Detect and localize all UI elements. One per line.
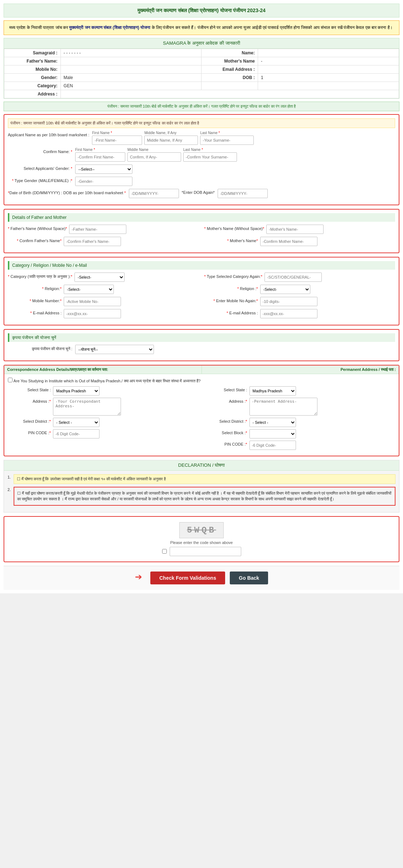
type-category-label: * Type Selected Category Again:* bbox=[204, 273, 262, 279]
email2-input[interactable] bbox=[260, 309, 317, 318]
type-category-input[interactable] bbox=[264, 273, 322, 282]
mobile-number-input[interactable] bbox=[64, 297, 121, 306]
category-section-title: Category / Religion / Mobile No / e-Mail bbox=[8, 261, 395, 270]
dob-input[interactable] bbox=[129, 189, 179, 198]
info-banner: मध्य प्रदेश के निवासी पात्रता जांच कर मु… bbox=[4, 20, 399, 35]
mothers-name-input[interactable] bbox=[266, 225, 324, 234]
info-text: मध्य प्रदेश के निवासी पात्रता जांच कर bbox=[9, 25, 69, 30]
religion-select[interactable]: -Select- bbox=[64, 285, 114, 294]
confirm-name-row: Confirm Name: * First Name * Middle Name… bbox=[8, 148, 395, 162]
category-section: Category / Religion / Mobile No / e-Mail… bbox=[4, 257, 399, 325]
info-rest: के लिए पंजीयन कर सकते हैं। पंजीयन होने प… bbox=[152, 25, 393, 30]
address-cols: Select State : Madhya Pradesh Address :*… bbox=[8, 386, 395, 452]
mothers-name-confirm-label: * Mother's Name* bbox=[204, 237, 258, 244]
first-name-group: First Name * bbox=[92, 131, 142, 145]
email-input[interactable] bbox=[64, 309, 121, 318]
address-textarea-left[interactable] bbox=[53, 398, 121, 416]
mobile-no-value bbox=[60, 65, 202, 74]
captcha-input[interactable] bbox=[170, 547, 241, 556]
scheme-section: कृपया पंजीयन की योजना चुनें कृपया पंजीयन… bbox=[4, 329, 399, 361]
confirm-fathers-name-input[interactable] bbox=[64, 237, 121, 246]
mobile-again-label: * Enter Mobile No Again:* bbox=[204, 297, 258, 304]
declaration-section: DECLARATION / घोषणा 1. ☐ मैं घोषणा करता … bbox=[4, 460, 399, 513]
confirm-last-name-input[interactable] bbox=[183, 152, 237, 162]
email-label: Email Address : bbox=[202, 65, 258, 74]
district-select-right[interactable]: - Select - bbox=[249, 418, 296, 427]
table-row: Gender: Male DOB : 1 bbox=[4, 74, 399, 82]
samagraid-label: Samagraid : bbox=[4, 49, 61, 57]
state-row-right: Select State : Madhya Pradesh bbox=[204, 386, 395, 396]
fathers-name-input[interactable] bbox=[69, 225, 126, 234]
state-select-right[interactable]: Madhya Pradesh bbox=[249, 386, 296, 396]
mobile-again-input[interactable] bbox=[260, 297, 317, 306]
pin-row-right: PIN CODE :* bbox=[204, 441, 395, 450]
confirm-name-fields-group: First Name * Middle Name Last Name * bbox=[75, 148, 237, 162]
father-mother-title: Details of Father and Mother bbox=[8, 213, 395, 222]
decl2-num: 2. bbox=[8, 487, 11, 506]
gender-select[interactable]: --Select-- Male Female bbox=[75, 165, 132, 174]
district-row-right: Select District :* - Select - bbox=[204, 418, 395, 427]
father-mother-section: Details of Father and Mother * Father's … bbox=[4, 209, 399, 253]
category-label: Category: bbox=[4, 82, 61, 90]
declaration-item-1: 1. ☐ मैं घोषणा करता हूँ कि उपरोक्त जानका… bbox=[8, 474, 395, 484]
table-row: Address : bbox=[4, 90, 399, 98]
mobile-left-half: * Mobile Number:* bbox=[8, 297, 199, 306]
block-select-right[interactable] bbox=[249, 429, 296, 438]
go-back-button[interactable]: Go Back bbox=[230, 572, 268, 584]
address-form-label-left: Address :* bbox=[8, 398, 51, 403]
address-label: Address : bbox=[4, 90, 61, 98]
confirm-mothers-name-half: * Mother's Name* bbox=[204, 237, 395, 246]
scheme-label: कृपया पंजीयन की योजना चुनें : bbox=[8, 345, 72, 352]
fathers-name-label: Father's Name: bbox=[4, 57, 61, 65]
fathers-name-half: * Father's Name (Without Space)* bbox=[8, 225, 199, 234]
confirm-first-name-input[interactable] bbox=[75, 152, 125, 162]
confirm-fathers-name-half: * Confirm Father's Name* bbox=[8, 237, 199, 246]
email-row: * E-mail Address : * E-mail Address : bbox=[8, 309, 395, 318]
confirm-middle-name-label: Middle Name bbox=[127, 148, 181, 152]
type-category-half: * Type Selected Category Again:* bbox=[204, 273, 395, 282]
block-label-right: Select Block :* bbox=[204, 429, 247, 435]
email-form-label: * E-mail Address : bbox=[8, 309, 62, 316]
first-name-input[interactable] bbox=[92, 136, 142, 145]
last-name-label: Last Name * bbox=[200, 131, 254, 135]
select-state-label-right: Select State : bbox=[204, 386, 247, 392]
type-gender-label: * Type Gender (MALE/FEMALE) :* bbox=[8, 177, 72, 183]
category-select[interactable]: -Select- bbox=[74, 273, 125, 282]
confirm-middle-name-input[interactable] bbox=[127, 152, 181, 162]
pin-label-right: PIN CODE :* bbox=[204, 441, 247, 446]
district-label-left: Select District :* bbox=[8, 418, 51, 423]
pin-input-right[interactable] bbox=[249, 441, 296, 450]
confirm-mothers-name-input[interactable] bbox=[260, 237, 317, 246]
applicant-name-label: Applicant Name as per 10th board markshe… bbox=[8, 131, 89, 138]
table-row: Mobile No: Email Address : bbox=[4, 65, 399, 74]
table-row: Category: GEN bbox=[4, 82, 399, 90]
scheme-select[interactable]: --योजना चुनें-- bbox=[75, 345, 154, 354]
address-section: Correspondence Address Details/छात्र/छात… bbox=[4, 365, 399, 456]
samagra-section: SAMAGRA के अनुसार आवेदक की जानकारी Samag… bbox=[4, 38, 399, 99]
email-left-half: * E-mail Address : bbox=[8, 309, 199, 318]
confirm-middle-name-group: Middle Name bbox=[127, 148, 181, 162]
district-select-left[interactable]: - Select - bbox=[53, 418, 99, 427]
name-label: Name: bbox=[202, 49, 258, 57]
applicant-name-row: Applicant Name as per 10th board markshe… bbox=[8, 131, 395, 145]
religion-left-half: * Religion:* -Select- bbox=[8, 285, 199, 294]
out-of-mp-checkbox[interactable] bbox=[8, 378, 13, 382]
section-notice: पंजीयन : समस्त जानकारी 10th बोर्ड की मार… bbox=[8, 118, 395, 128]
state-select-left[interactable]: Madhya Pradesh bbox=[53, 386, 99, 396]
middle-name-input[interactable] bbox=[144, 136, 198, 145]
type-gender-input[interactable] bbox=[75, 177, 132, 186]
captcha-checkbox[interactable] bbox=[162, 549, 167, 554]
father-mother-row1: * Father's Name (Without Space)* * Mothe… bbox=[8, 225, 395, 234]
religion2-select[interactable]: -Select- bbox=[260, 285, 310, 294]
dob-form-label: *Date of Birth (DD/MM/YYYY) : DOB as per… bbox=[8, 189, 126, 196]
declaration-body: 1. ☐ मैं घोषणा करता हूँ कि उपरोक्त जानका… bbox=[4, 471, 399, 512]
check-form-button[interactable]: Check Form Validations bbox=[150, 572, 225, 584]
samagra-title: SAMAGRA के अनुसार आवेदक की जानकारी bbox=[4, 38, 399, 49]
address-textarea-right[interactable] bbox=[249, 398, 317, 416]
middle-name-label: Middle Name, If Any bbox=[144, 131, 198, 135]
samagraid-value: - - - - - - - bbox=[60, 49, 202, 57]
dob-again-input[interactable] bbox=[218, 189, 268, 198]
last-name-input[interactable] bbox=[200, 136, 254, 145]
samagra-table: Samagraid : - - - - - - - Name: Father's… bbox=[4, 49, 399, 98]
pin-input-left[interactable] bbox=[53, 429, 99, 438]
